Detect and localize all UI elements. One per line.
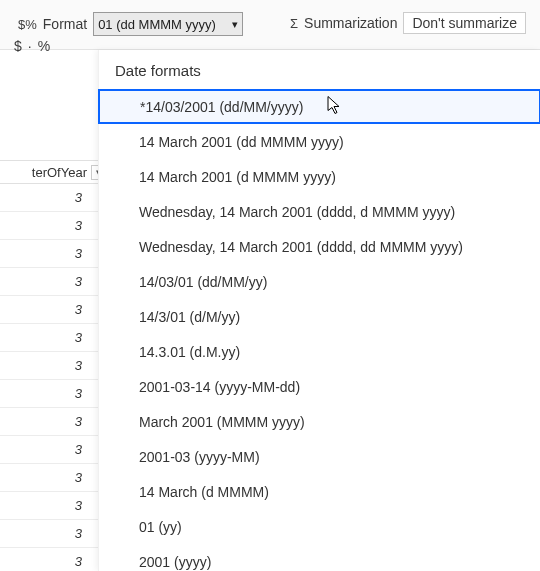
currency-icon[interactable]: $: [14, 38, 22, 54]
column-header[interactable]: terOfYear ▾: [0, 160, 110, 184]
dropdown-item[interactable]: 14/3/01 (d/M/yy): [99, 299, 540, 334]
table-row[interactable]: 3: [0, 520, 110, 548]
dropdown-item[interactable]: 01 (yy): [99, 509, 540, 544]
format-select-value: 01 (dd MMMM yyyy): [98, 17, 229, 32]
dropdown-item[interactable]: 14/03/01 (dd/MM/yy): [99, 264, 540, 299]
table-row[interactable]: 3: [0, 268, 110, 296]
table-row[interactable]: 3: [0, 548, 110, 571]
table-row[interactable]: 3: [0, 408, 110, 436]
dropdown-item[interactable]: 2001 (yyyy): [99, 544, 540, 571]
table-row[interactable]: 3: [0, 464, 110, 492]
table-row[interactable]: 3: [0, 296, 110, 324]
dropdown-item[interactable]: Wednesday, 14 March 2001 (dddd, dd MMMM …: [99, 229, 540, 264]
dot-icon: ·: [28, 38, 32, 54]
dropdown-item[interactable]: 14 March 2001 (dd MMMM yyyy): [99, 124, 540, 159]
chevron-down-icon: ▾: [229, 18, 238, 31]
sigma-icon: Σ: [290, 16, 298, 31]
dropdown-item[interactable]: 2001-03-14 (yyyy-MM-dd): [99, 369, 540, 404]
date-format-dropdown: Date formats *14/03/2001 (dd/MM/yyyy)14 …: [98, 50, 540, 571]
table-row[interactable]: 3: [0, 380, 110, 408]
dropdown-item[interactable]: 2001-03 (yyyy-MM): [99, 439, 540, 474]
dropdown-item[interactable]: *14/03/2001 (dd/MM/yyyy): [98, 89, 540, 124]
table-row[interactable]: 3: [0, 436, 110, 464]
dropdown-item[interactable]: 14 March 2001 (d MMMM yyyy): [99, 159, 540, 194]
ribbon: $% Format 01 (dd MMMM yyyy) ▾ Σ Summariz…: [0, 0, 540, 50]
format-icon: $%: [18, 17, 37, 32]
dropdown-item[interactable]: 14 March (d MMMM): [99, 474, 540, 509]
table-row[interactable]: 3: [0, 184, 110, 212]
dropdown-item[interactable]: 14.3.01 (d.M.yy): [99, 334, 540, 369]
format-select[interactable]: 01 (dd MMMM yyyy) ▾: [93, 12, 243, 36]
table-row[interactable]: 3: [0, 324, 110, 352]
column-header-text: terOfYear: [32, 165, 87, 180]
percent-icon[interactable]: %: [38, 38, 50, 54]
dropdown-item[interactable]: March 2001 (MMMM yyyy): [99, 404, 540, 439]
table-row[interactable]: 3: [0, 352, 110, 380]
table-row[interactable]: 3: [0, 492, 110, 520]
summarization-label: Summarization: [304, 15, 397, 31]
dropdown-header: Date formats: [99, 50, 540, 89]
summarization-button[interactable]: Don't summarize: [403, 12, 526, 34]
dropdown-item[interactable]: Wednesday, 14 March 2001 (dddd, d MMMM y…: [99, 194, 540, 229]
data-grid: terOfYear ▾ 33333333333333: [0, 160, 110, 571]
table-row[interactable]: 3: [0, 212, 110, 240]
table-row[interactable]: 3: [0, 240, 110, 268]
format-label: Format: [43, 16, 87, 32]
